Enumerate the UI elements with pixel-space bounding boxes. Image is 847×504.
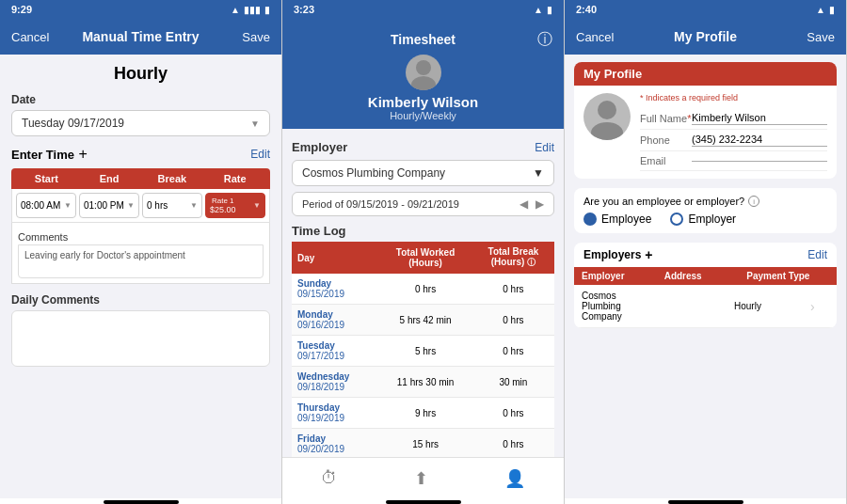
time-table-row: 08:00 AM ▼ 01:00 PM ▼ 0 hrs ▼ Rate 1 $25… — [11, 189, 270, 223]
phone-label: Phone — [640, 134, 692, 146]
enter-time-label: Enter Time — [11, 148, 74, 162]
employers-header: Employers + Edit — [574, 243, 837, 267]
employer-row[interactable]: Cosmos Plumbing Company Hourly › — [574, 285, 837, 328]
profile-card-body: * Indicates a required field Full Name* … — [574, 86, 837, 179]
table-row[interactable]: Monday09/16/2019 — [292, 305, 378, 336]
nav-header-2: Timesheet ⓘ Kimberly Wilson Hourly/Weekl… — [282, 19, 564, 129]
prev-period-button[interactable]: ◀ — [519, 197, 528, 211]
rate-amount: $25.00 — [210, 205, 236, 214]
svg-point-2 — [598, 101, 616, 119]
employer-name-cell: Cosmos Plumbing Company — [582, 291, 658, 322]
date-select[interactable]: Tuesday 09/17/2019 ▼ — [11, 110, 270, 136]
table-row[interactable]: Tuesday09/17/2019 — [292, 336, 378, 367]
panel-manual-time-entry: 9:29 ▲ ▮▮▮ ▮ Cancel Manual Time Entry Sa… — [0, 0, 282, 504]
col-rate: Rate — [203, 173, 266, 184]
info-icon[interactable]: ⓘ — [515, 30, 552, 50]
content-3: My Profile * Indicates a required field … — [565, 55, 846, 498]
col-worked: Total Worked(Hours) — [378, 242, 471, 274]
table-row[interactable]: Sunday09/15/2019 — [292, 274, 378, 305]
edit-employers-button[interactable]: Edit — [807, 248, 827, 261]
col-day: Day — [292, 242, 378, 274]
status-time-2: 3:23 — [294, 4, 314, 15]
content-2: Employer Edit Cosmos Plumbing Company ▼ … — [282, 129, 564, 457]
worked-cell: 0 hrs — [378, 274, 471, 305]
col-address: Address — [664, 271, 747, 281]
time-log-body: Sunday09/15/20190 hrs0 hrsMonday09/16/20… — [292, 274, 554, 457]
employers-title: Employers — [583, 248, 641, 261]
nav-share-item[interactable]: ⬆ — [414, 464, 428, 493]
status-icons-1: ▲ ▮▮▮ ▮ — [231, 5, 270, 15]
daily-comments-section: Daily Comments — [11, 293, 270, 367]
employer-payment-cell: Hourly — [734, 301, 810, 311]
employee-option[interactable]: Employee — [583, 213, 651, 226]
employers-table-header: Employer Address Payment Type — [574, 267, 837, 285]
save-button-3[interactable]: Save — [792, 30, 835, 44]
employers-title-row: Employers + — [583, 247, 653, 262]
svg-point-0 — [416, 60, 431, 75]
chevron-down-icon: ▼ — [64, 201, 72, 210]
fullname-label: Full Name* — [640, 113, 692, 124]
employer-option[interactable]: Employer — [670, 213, 736, 226]
chevron-down-icon: ▼ — [533, 166, 544, 180]
share-icon: ⬆ — [414, 468, 428, 489]
status-time-1: 9:29 — [11, 4, 32, 15]
employee-label: Employee — [601, 213, 651, 226]
email-input[interactable] — [692, 160, 827, 162]
radio-row: Employee Employer — [583, 213, 827, 226]
date-label: Date — [11, 93, 270, 106]
employee-question-card: Are you an employee or employer? i Emplo… — [574, 188, 837, 233]
worked-cell: 5 hrs 42 min — [378, 305, 471, 336]
nav-clock-item[interactable]: ⏱ — [321, 464, 338, 493]
panel-timesheet: 3:23 ▲ ▮ Timesheet ⓘ Kimberly Wilson Hou… — [282, 0, 565, 504]
rate-cell[interactable]: Rate 1 $25.00 ▼ — [205, 193, 265, 218]
add-time-button[interactable]: + — [78, 146, 87, 162]
home-indicator-3 — [668, 500, 743, 504]
daily-comments-input[interactable] — [11, 310, 270, 367]
user-name: Kimberly Wilson — [294, 94, 552, 110]
date-value: Tuesday 09/17/2019 — [22, 117, 124, 130]
add-employer-button[interactable]: + — [645, 247, 652, 262]
save-button-1[interactable]: Save — [228, 30, 270, 44]
user-subtitle: Hourly/Weekly — [294, 110, 552, 121]
employer-dropdown[interactable]: Cosmos Plumbing Company ▼ — [292, 160, 554, 186]
next-period-button[interactable]: ▶ — [535, 197, 544, 211]
chevron-right-icon: › — [810, 299, 829, 314]
col-break: Break — [141, 173, 204, 184]
comments-input[interactable]: Leaving early for Doctor's appointment — [18, 244, 264, 278]
employee-radio[interactable] — [583, 213, 597, 226]
time-log-title: Time Log — [292, 224, 554, 238]
col-payment: Payment Type — [746, 271, 829, 281]
worked-cell: 11 hrs 30 min — [378, 367, 471, 398]
cancel-button-3[interactable]: Cancel — [576, 30, 618, 44]
break-cell: 0 hrs — [472, 305, 554, 336]
end-time-cell[interactable]: 01:00 PM ▼ — [79, 193, 139, 218]
table-row[interactable]: Wednesday09/18/2019 — [292, 367, 378, 398]
nav-bar-1: Cancel Manual Time Entry Save — [0, 19, 281, 55]
period-selector[interactable]: Period of 09/15/2019 - 09/21/2019 ◀ ▶ — [292, 192, 554, 216]
nav-person-item[interactable]: 👤 — [504, 464, 525, 493]
edit-employer-button[interactable]: Edit — [535, 141, 554, 154]
cancel-button-1[interactable]: Cancel — [11, 30, 54, 44]
period-arrows: ◀ ▶ — [519, 197, 544, 211]
phone-input[interactable]: (345) 232-2234 — [692, 134, 827, 147]
profile-card: My Profile * Indicates a required field … — [574, 62, 837, 179]
comments-label: Comments — [18, 231, 264, 243]
home-indicator-1 — [104, 500, 179, 504]
svg-point-1 — [411, 76, 436, 90]
table-row[interactable]: Thursday09/19/2019 — [292, 398, 378, 429]
edit-time-button[interactable]: Edit — [250, 148, 270, 161]
fullname-input[interactable]: Kimberly Wilson — [692, 112, 827, 125]
employer-radio[interactable] — [670, 213, 683, 226]
employer-label: Employer — [688, 213, 736, 226]
battery-icon: ▮ — [547, 5, 552, 15]
start-time-cell[interactable]: 08:00 AM ▼ — [16, 193, 76, 218]
employer-value: Cosmos Plumbing Company — [302, 166, 445, 180]
wifi-icon: ▲ — [231, 5, 240, 15]
col-employer: Employer — [582, 271, 664, 281]
break-time-cell[interactable]: 0 hrs ▼ — [142, 193, 202, 218]
worked-cell: 5 hrs — [378, 336, 471, 367]
fullname-field-row: Full Name* Kimberly Wilson — [640, 108, 827, 130]
page-title-1: Hourly — [11, 64, 270, 84]
table-row[interactable]: Friday09/20/2019 — [292, 429, 378, 458]
question-info-icon: i — [748, 196, 759, 207]
